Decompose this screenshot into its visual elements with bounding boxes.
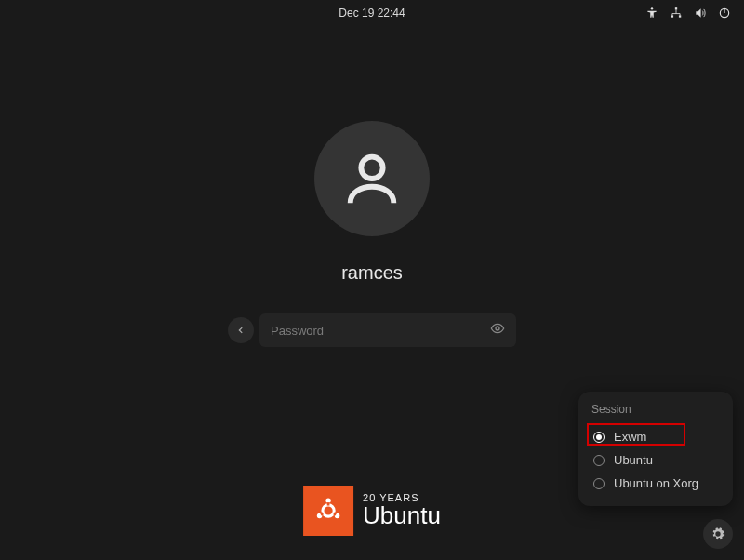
svg-point-0 — [651, 7, 653, 9]
power-icon[interactable] — [718, 7, 731, 20]
status-tray — [645, 0, 731, 26]
brand-name-label: Ubuntu — [363, 503, 441, 528]
ubuntu-logo-icon — [303, 486, 353, 536]
top-panel: Dec 19 22:44 — [0, 0, 744, 26]
session-option-ubuntu[interactable]: Ubuntu — [591, 448, 720, 472]
ubuntu-branding: 20 YEARS Ubuntu — [303, 486, 441, 536]
svg-rect-2 — [671, 15, 673, 17]
svg-point-6 — [361, 157, 382, 179]
accessibility-icon[interactable] — [645, 7, 658, 20]
radio-icon — [593, 478, 604, 489]
clock[interactable]: Dec 19 22:44 — [339, 7, 405, 20]
svg-point-9 — [326, 498, 330, 502]
radio-icon — [593, 432, 604, 443]
session-option-label: Exwm — [614, 430, 646, 444]
session-heading: Session — [591, 403, 720, 416]
reveal-password-icon[interactable] — [490, 321, 505, 340]
svg-point-7 — [496, 327, 499, 330]
session-gear-button[interactable] — [703, 519, 733, 549]
svg-point-8 — [323, 505, 334, 516]
svg-rect-3 — [679, 15, 681, 17]
session-option-label: Ubuntu — [614, 453, 653, 467]
radio-icon — [593, 455, 604, 466]
username-label: ramces — [341, 262, 403, 284]
session-option-ubuntu-on-xorg[interactable]: Ubuntu on Xorg — [591, 472, 720, 495]
network-icon[interactable] — [670, 7, 683, 20]
svg-rect-12 — [327, 502, 330, 505]
back-button[interactable] — [228, 317, 254, 343]
volume-icon[interactable] — [694, 7, 707, 20]
password-input[interactable]: Password — [259, 313, 516, 347]
session-option-exwm[interactable]: Exwm — [591, 425, 720, 448]
svg-rect-1 — [675, 7, 677, 9]
password-placeholder: Password — [271, 324, 324, 338]
session-menu: Session ExwmUbuntuUbuntu on Xorg — [578, 392, 733, 506]
brand-text: 20 YEARS Ubuntu — [363, 493, 441, 529]
password-row: Password — [228, 313, 516, 347]
session-option-label: Ubuntu on Xorg — [614, 476, 698, 490]
user-avatar — [314, 121, 430, 236]
login-area: ramces Password — [223, 121, 521, 347]
